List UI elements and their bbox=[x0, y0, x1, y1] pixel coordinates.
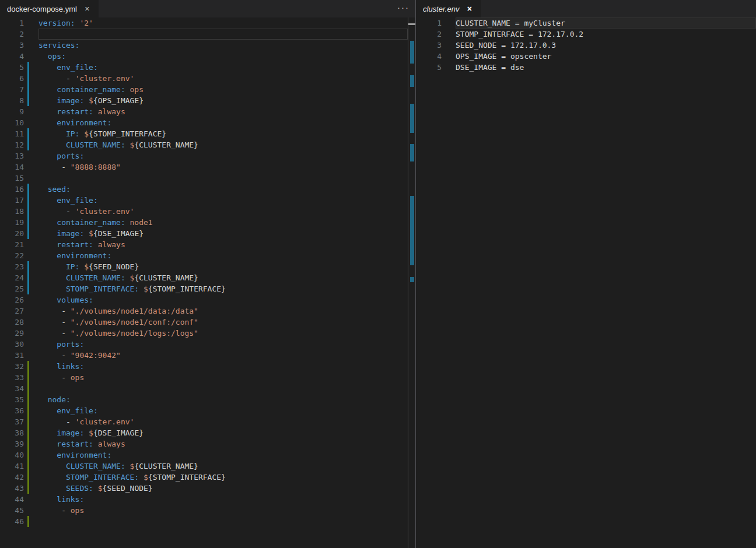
line-number[interactable]: 37 bbox=[0, 416, 24, 427]
line-number[interactable]: 4 bbox=[0, 51, 24, 62]
code-line[interactable]: version: '2' bbox=[38, 17, 408, 29]
line-number[interactable]: 44 bbox=[0, 494, 24, 505]
line-number[interactable]: 10 bbox=[0, 117, 24, 128]
more-actions-icon[interactable]: ··· bbox=[397, 0, 410, 17]
gutter-modified-indicator[interactable] bbox=[27, 95, 29, 106]
code-line[interactable]: environment: bbox=[38, 117, 408, 128]
gutter-modified-indicator[interactable] bbox=[27, 73, 29, 84]
gutter-modified-indicator[interactable] bbox=[27, 128, 29, 139]
code-line[interactable]: STOMP_INTERFACE: ${STOMP_INTERFACE} bbox=[38, 472, 408, 483]
line-number[interactable]: 15 bbox=[0, 173, 24, 184]
code-line[interactable]: env_file: bbox=[38, 195, 408, 206]
line-number[interactable]: 30 bbox=[0, 339, 24, 350]
line-number[interactable]: 38 bbox=[0, 427, 24, 438]
line-number[interactable]: 6 bbox=[0, 73, 24, 84]
code-line[interactable]: STOMP_INTERFACE: ${STOMP_INTERFACE} bbox=[38, 283, 408, 294]
line-number[interactable]: 39 bbox=[0, 438, 24, 449]
code-line[interactable]: - ops bbox=[38, 372, 408, 383]
code-line[interactable]: - 'cluster.env' bbox=[38, 416, 408, 427]
code-line[interactable]: CLUSTER_NAME = myCluster bbox=[456, 17, 756, 29]
code-line[interactable]: restart: always bbox=[38, 239, 408, 250]
code-line[interactable]: container_name: node1 bbox=[38, 217, 408, 228]
tab-docker-compose[interactable]: docker-compose.yml × bbox=[0, 0, 99, 17]
code-line[interactable]: container_name: ops bbox=[38, 84, 408, 95]
line-number[interactable]: 2 bbox=[416, 29, 442, 40]
code-line[interactable]: ports: bbox=[38, 150, 408, 161]
line-number[interactable]: 20 bbox=[0, 228, 24, 239]
line-number[interactable]: 2 bbox=[0, 29, 24, 40]
gutter-modified-indicator[interactable] bbox=[27, 206, 29, 217]
gutter-added-indicator[interactable] bbox=[27, 383, 29, 394]
gutter-added-indicator[interactable] bbox=[27, 427, 29, 438]
line-number[interactable]: 26 bbox=[0, 294, 24, 305]
code-line[interactable]: - "./volumes/node1/logs:/logs" bbox=[38, 328, 408, 339]
code-line[interactable]: restart: always bbox=[38, 106, 408, 117]
line-number[interactable]: 36 bbox=[0, 405, 24, 416]
code-line[interactable]: IP: ${STOMP_INTERFACE} bbox=[38, 128, 408, 139]
code-line[interactable]: STOMP_INTERFACE = 172.17.0.2 bbox=[456, 29, 756, 40]
line-number[interactable]: 3 bbox=[0, 40, 24, 51]
line-number[interactable]: 1 bbox=[0, 17, 24, 29]
gutter-modified-indicator[interactable] bbox=[27, 272, 29, 283]
gutter-modified-indicator[interactable] bbox=[27, 84, 29, 95]
code-line[interactable]: SEED_NODE = 172.17.0.3 bbox=[456, 40, 756, 51]
line-number[interactable]: 3 bbox=[416, 40, 442, 51]
gutter-added-indicator[interactable] bbox=[27, 449, 29, 461]
code-line[interactable]: image: ${DSE_IMAGE} bbox=[38, 427, 408, 438]
gutter-added-indicator[interactable] bbox=[27, 416, 29, 427]
code-line[interactable]: IP: ${SEED_NODE} bbox=[38, 261, 408, 272]
code-line[interactable]: volumes: bbox=[38, 294, 408, 305]
gutter-added-indicator[interactable] bbox=[27, 361, 29, 372]
gutter-added-indicator[interactable] bbox=[27, 372, 29, 383]
code-line[interactable] bbox=[38, 173, 408, 184]
line-number[interactable]: 35 bbox=[0, 394, 24, 405]
line-number[interactable]: 34 bbox=[0, 383, 24, 394]
line-number[interactable]: 5 bbox=[416, 62, 442, 73]
gutter-added-indicator[interactable] bbox=[27, 461, 29, 472]
line-number[interactable]: 17 bbox=[0, 195, 24, 206]
line-number[interactable]: 42 bbox=[0, 472, 24, 483]
gutter-modified-indicator[interactable] bbox=[27, 139, 29, 150]
code-line[interactable]: restart: always bbox=[38, 438, 408, 449]
gutter-modified-indicator[interactable] bbox=[27, 217, 29, 228]
line-number[interactable]: 5 bbox=[0, 62, 24, 73]
tab-cluster-env[interactable]: cluster.env × bbox=[416, 0, 481, 17]
code-line[interactable]: links: bbox=[38, 494, 408, 505]
code-line[interactable]: SEEDS: ${SEED_NODE} bbox=[38, 483, 408, 494]
line-number[interactable]: 12 bbox=[0, 139, 24, 150]
gutter-added-indicator[interactable] bbox=[27, 516, 29, 527]
line-number[interactable]: 33 bbox=[0, 372, 24, 383]
code-line[interactable]: environment: bbox=[38, 449, 408, 461]
code-line[interactable]: CLUSTER_NAME: ${CLUSTER_NAME} bbox=[38, 461, 408, 472]
line-number[interactable]: 29 bbox=[0, 328, 24, 339]
code-line[interactable]: env_file: bbox=[38, 62, 408, 73]
code-line[interactable]: OPS_IMAGE = opscenter bbox=[456, 51, 756, 62]
line-number[interactable]: 31 bbox=[0, 350, 24, 361]
code-line[interactable]: env_file: bbox=[38, 405, 408, 416]
line-number[interactable]: 40 bbox=[0, 449, 24, 461]
line-number[interactable]: 23 bbox=[0, 261, 24, 272]
line-number[interactable]: 9 bbox=[0, 106, 24, 117]
code-line[interactable]: - "8888:8888" bbox=[38, 161, 408, 173]
line-number[interactable]: 21 bbox=[0, 239, 24, 250]
gutter-modified-indicator[interactable] bbox=[27, 195, 29, 206]
gutter-added-indicator[interactable] bbox=[27, 394, 29, 405]
line-number[interactable]: 7 bbox=[0, 84, 24, 95]
code-line[interactable]: - 'cluster.env' bbox=[38, 206, 408, 217]
line-number[interactable]: 28 bbox=[0, 317, 24, 328]
code-line[interactable]: - "./volumes/node1/data:/data" bbox=[38, 305, 408, 317]
code-line[interactable]: CLUSTER_NAME: ${CLUSTER_NAME} bbox=[38, 272, 408, 283]
line-number[interactable]: 8 bbox=[0, 95, 24, 106]
line-number[interactable]: 19 bbox=[0, 217, 24, 228]
line-number[interactable]: 16 bbox=[0, 184, 24, 195]
code-line[interactable]: - "./volumes/node1/conf:/conf" bbox=[38, 317, 408, 328]
line-number[interactable]: 41 bbox=[0, 461, 24, 472]
code-line[interactable]: environment: bbox=[38, 250, 408, 261]
line-number[interactable]: 1 bbox=[416, 17, 442, 29]
gutter-added-indicator[interactable] bbox=[27, 405, 29, 416]
gutter-modified-indicator[interactable] bbox=[27, 261, 29, 272]
code-line[interactable]: node: bbox=[38, 394, 408, 405]
line-number[interactable]: 43 bbox=[0, 483, 24, 494]
code-line[interactable]: - "9042:9042" bbox=[38, 350, 408, 361]
line-number[interactable]: 13 bbox=[0, 150, 24, 161]
